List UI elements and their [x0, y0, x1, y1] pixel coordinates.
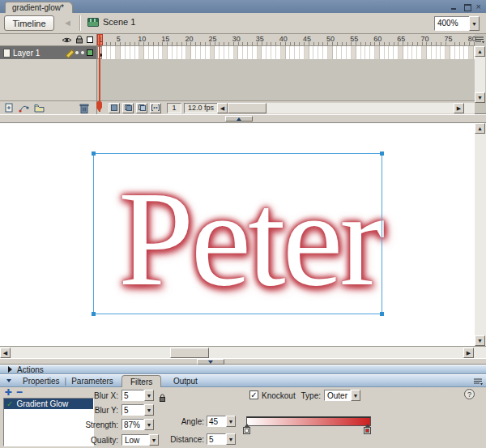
- close-icon[interactable]: ×: [476, 3, 481, 11]
- expand-arrow-icon[interactable]: [8, 366, 12, 373]
- playhead-line[interactable]: [99, 34, 100, 112]
- lock-layers-icon[interactable]: [75, 36, 83, 44]
- actions-panel-title: Actions: [17, 365, 44, 374]
- properties-panel-header: Properties | Parameters Filters Output: [0, 374, 486, 387]
- tab-filters[interactable]: Filters: [122, 375, 161, 388]
- timeline-panel-menu-icon[interactable]: [475, 36, 484, 44]
- scroll-up-icon[interactable]: ▲: [475, 123, 485, 134]
- motion-guide-icon[interactable]: [19, 103, 29, 113]
- frame-cells[interactable]: [97, 46, 475, 59]
- scroll-right-icon[interactable]: ▶: [463, 348, 474, 358]
- knockout-checkbox[interactable]: ✓: [249, 390, 258, 399]
- type-dropdown-button[interactable]: ▼: [351, 390, 360, 401]
- scene-name: Scene 1: [103, 17, 135, 27]
- scroll-right-icon[interactable]: ▶: [454, 103, 464, 113]
- selection-handle-top-right[interactable]: [380, 151, 384, 156]
- zoom-dropdown-button[interactable]: ▼: [469, 16, 480, 31]
- selection-handle-top-left[interactable]: [92, 151, 96, 156]
- angle-input[interactable]: [207, 416, 226, 427]
- gradient-bar[interactable]: [246, 416, 371, 426]
- document-tab[interactable]: gradient-glow*: [5, 2, 73, 13]
- blur-y-label: Blur Y:: [79, 406, 118, 415]
- layer-column: Layer 1: [0, 34, 97, 114]
- add-filter-icon[interactable]: ✚: [3, 388, 13, 397]
- scroll-left-icon[interactable]: ◀: [217, 103, 228, 113]
- center-frame-icon[interactable]: [109, 103, 120, 113]
- onion-skin-icon[interactable]: [122, 103, 134, 113]
- frame-rate-field[interactable]: 12.0 fps: [184, 103, 218, 113]
- stage[interactable]: Peter: [0, 123, 475, 346]
- back-arrow-icon[interactable]: ◄: [63, 18, 72, 28]
- scroll-up-icon[interactable]: ▲: [475, 46, 485, 57]
- distance-label: Distance:: [165, 435, 204, 444]
- quality-value[interactable]: Low: [122, 434, 149, 446]
- tab-output[interactable]: Output: [168, 377, 202, 386]
- outline-view-icon[interactable]: [87, 36, 93, 43]
- selection-handle-bottom-left[interactable]: [92, 312, 96, 316]
- lock-blur-icon[interactable]: [159, 394, 166, 403]
- collapse-panels-splitter[interactable]: [197, 359, 224, 365]
- gradient-stop-end[interactable]: [364, 427, 371, 434]
- restore-icon[interactable]: [463, 3, 471, 11]
- quality-dropdown-button[interactable]: ▼: [149, 434, 159, 446]
- show-hide-layers-icon[interactable]: [62, 36, 72, 44]
- timeline-horizontal-scrollbar[interactable]: ◀ ▶: [217, 103, 475, 113]
- scrollbar-thumb[interactable]: [170, 348, 209, 358]
- scrollbar-thumb[interactable]: [228, 103, 266, 113]
- blur-y-stepper[interactable]: ▼: [144, 404, 154, 416]
- scroll-down-icon[interactable]: ▼: [475, 92, 485, 103]
- filter-name: Gradient Glow: [16, 399, 68, 408]
- collapse-timeline-splitter[interactable]: [225, 116, 253, 122]
- gradient-stop-start[interactable]: [243, 427, 250, 434]
- zoom-value[interactable]: 400%: [434, 16, 470, 31]
- remove-filter-icon[interactable]: ━: [15, 388, 24, 397]
- properties-panel-menu-icon[interactable]: [473, 378, 483, 386]
- zoom-control: 400% ▼: [434, 16, 480, 31]
- insert-layer-icon[interactable]: [4, 103, 14, 113]
- strength-input[interactable]: [122, 419, 144, 430]
- help-icon[interactable]: ?: [464, 389, 475, 399]
- scroll-left-icon[interactable]: ◀: [0, 348, 11, 358]
- timeline-panel: Layer 1: [0, 34, 486, 114]
- blur-x-label: Blur X:: [79, 391, 118, 400]
- angle-stepper[interactable]: ▼: [226, 416, 236, 427]
- stage-vertical-scrollbar[interactable]: ▲ ▼: [475, 123, 486, 346]
- layer-name: Layer 1: [13, 49, 62, 58]
- blur-y-input[interactable]: [122, 404, 144, 416]
- current-frame-field[interactable]: 1: [167, 103, 181, 113]
- delete-layer-trash-icon[interactable]: [79, 103, 89, 113]
- strength-stepper[interactable]: ▼: [144, 419, 154, 430]
- timeline-vertical-scrollbar[interactable]: ▲ ▼: [475, 46, 485, 103]
- filter-enabled-check-icon[interactable]: ✓: [6, 400, 13, 408]
- timeline-stage-divider: [0, 114, 486, 123]
- frame-ruler[interactable]: 5101520253035404550556065707580 1: [97, 34, 475, 46]
- distance-input[interactable]: [207, 433, 226, 445]
- scroll-down-icon[interactable]: ▼: [475, 335, 485, 346]
- flash-application-window: gradient-glow* × Timeline ◄ Scene 1 400%…: [0, 0, 486, 448]
- collapse-arrow-icon[interactable]: [6, 379, 11, 382]
- timeline-toggle-button[interactable]: Timeline: [4, 15, 54, 31]
- layer-lock-dot[interactable]: [81, 51, 84, 54]
- distance-stepper[interactable]: ▼: [226, 433, 236, 445]
- tab-properties[interactable]: Properties: [18, 377, 65, 386]
- type-label: Type:: [296, 391, 321, 400]
- layer-outline-color[interactable]: [87, 49, 93, 56]
- tab-parameters[interactable]: Parameters: [66, 377, 118, 386]
- edit-multiple-frames-icon[interactable]: [150, 103, 161, 113]
- layer-row[interactable]: Layer 1: [0, 46, 96, 59]
- layer-visible-dot[interactable]: [75, 51, 79, 54]
- stage-panels-divider: [0, 358, 486, 365]
- blur-x-input[interactable]: [122, 390, 144, 401]
- selection-rectangle: [93, 153, 382, 314]
- actions-panel-header[interactable]: Actions: [0, 365, 486, 374]
- type-value[interactable]: Outer: [324, 390, 351, 401]
- document-tab-bar: gradient-glow* ×: [0, 0, 486, 13]
- blur-x-stepper[interactable]: ▼: [144, 390, 154, 401]
- onion-skin-outlines-icon[interactable]: [136, 103, 147, 113]
- insert-folder-icon[interactable]: [34, 104, 45, 113]
- minimize-icon[interactable]: [450, 3, 458, 11]
- stage-horizontal-scrollbar[interactable]: ◀ ▶: [0, 346, 486, 358]
- selection-handle-bottom-right[interactable]: [380, 312, 384, 316]
- scene-breadcrumb[interactable]: Scene 1: [87, 17, 135, 27]
- filters-panel: ✚ ━ ? ✓ Gradient Glow Blur X: ▼ Blur Y: …: [0, 387, 486, 448]
